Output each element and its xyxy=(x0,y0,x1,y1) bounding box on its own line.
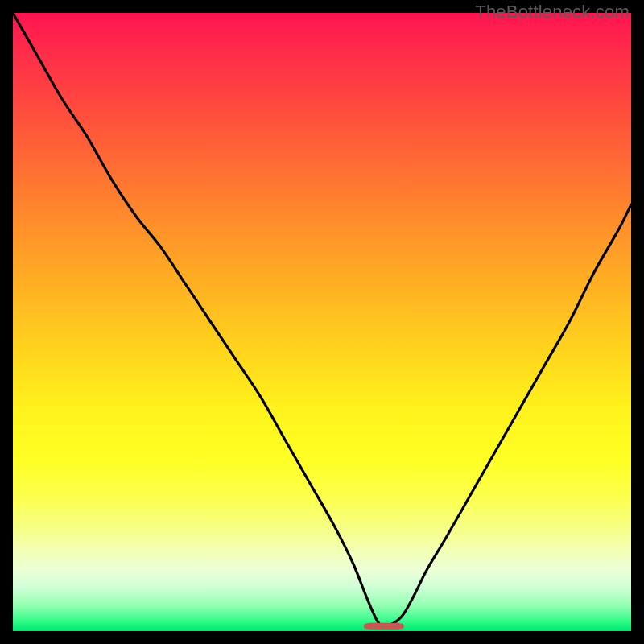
svg-point-2 xyxy=(369,623,374,629)
plot-area xyxy=(13,13,631,631)
svg-point-6 xyxy=(389,623,394,629)
svg-point-3 xyxy=(374,623,379,629)
svg-point-8 xyxy=(398,623,404,629)
chart-stage: TheBottleneck.com xyxy=(0,0,644,644)
svg-point-5 xyxy=(383,623,389,629)
chart-svg xyxy=(13,13,631,631)
bottleneck-curve xyxy=(13,13,631,626)
minimum-marker xyxy=(364,623,404,630)
svg-point-4 xyxy=(378,623,384,629)
svg-point-7 xyxy=(394,623,399,629)
watermark-text: TheBottleneck.com xyxy=(475,2,630,23)
svg-point-1 xyxy=(364,623,369,629)
